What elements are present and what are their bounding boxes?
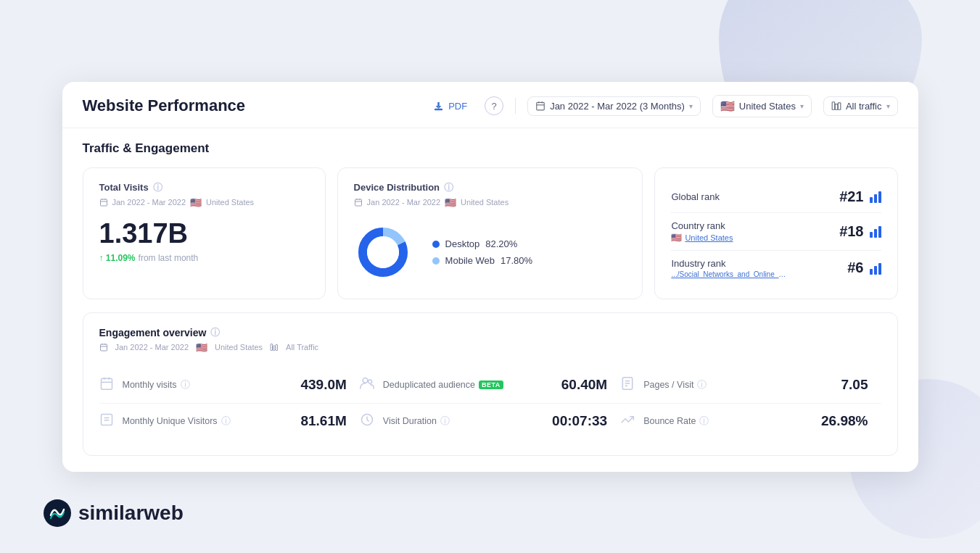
device-legend: Desktop 82.20% Mobile Web 17.80% <box>432 238 533 266</box>
country-label: United States <box>739 101 796 112</box>
bounce-rate-metric: Bounce Rate ⓘ 26.98% <box>620 404 881 439</box>
pages-visit-value: 7.05 <box>841 377 881 393</box>
svg-rect-25 <box>276 345 278 351</box>
svg-rect-23 <box>271 344 273 351</box>
unique-visitors-icon <box>99 412 115 431</box>
device-subtitle: Jan 2022 - Mar 2022 🇺🇸 United States <box>354 197 627 208</box>
monthly-visits-icon <box>99 376 115 394</box>
country-rank-bar-icon <box>870 225 881 238</box>
logo-area: similarweb <box>44 499 184 527</box>
pdf-icon <box>433 101 444 112</box>
svg-rect-26 <box>101 378 112 389</box>
bounce-rate-icon <box>620 412 636 431</box>
total-visits-change: ↑ 11.09% from last month <box>99 253 309 263</box>
engagement-title: Engagement overview ⓘ <box>99 326 881 339</box>
device-title: Device Distribution ⓘ <box>354 181 627 194</box>
traffic-chevron: ▾ <box>886 102 890 110</box>
monthly-visits-label: Monthly visits ⓘ <box>123 378 190 391</box>
date-range-dropdown[interactable]: Jan 2022 - Mar 2022 (3 Months) ▾ <box>527 96 701 116</box>
total-visits-title: Total Visits ⓘ <box>99 181 309 194</box>
traffic-dropdown[interactable]: All traffic ▾ <box>823 96 898 116</box>
calendar-device-icon <box>354 198 363 207</box>
dedup-audience-metric: Deduplicated audience BETA 60.40M <box>360 367 620 404</box>
metric-row: Total Visits ⓘ Jan 2022 - Mar 2022 🇺🇸 Un… <box>83 167 898 299</box>
device-info-icon[interactable]: ⓘ <box>444 181 453 194</box>
section-title: Traffic & Engagement <box>83 141 898 156</box>
svg-rect-1 <box>537 102 545 110</box>
traffic-label: All traffic <box>846 101 882 112</box>
svg-rect-19 <box>100 344 107 351</box>
engagement-info-icon[interactable]: ⓘ <box>210 326 220 339</box>
page-title: Website Performance <box>83 96 246 115</box>
help-icon: ? <box>492 101 497 112</box>
pdf-button[interactable]: PDF <box>427 98 473 115</box>
similarweb-logo-text: similarweb <box>78 502 184 525</box>
visit-duration-metric: Visit Duration ⓘ 00:07:33 <box>360 404 620 439</box>
visit-duration-value: 00:07:33 <box>552 413 620 429</box>
traffic-icon <box>831 101 841 111</box>
cal-eng-icon <box>99 343 108 352</box>
global-rank-row: Global rank #21 <box>671 181 881 213</box>
donut-svg <box>354 223 412 281</box>
mobile-dot <box>432 257 440 265</box>
svg-rect-5 <box>832 102 835 110</box>
industry-rank-value: #6 <box>847 259 881 276</box>
main-section: Traffic & Engagement Total Visits ⓘ Jan … <box>62 128 918 472</box>
divider-1 <box>515 98 516 114</box>
svg-point-18 <box>367 236 399 268</box>
unique-visitors-value: 81.61M <box>300 413 359 429</box>
bounce-rate-label: Bounce Rate ⓘ <box>643 415 709 428</box>
svg-rect-8 <box>100 199 107 206</box>
monthly-visits-metric: Monthly visits ⓘ 439.0M <box>99 367 360 404</box>
global-rank-label: Global rank <box>671 191 719 202</box>
svg-rect-12 <box>355 199 361 206</box>
dedup-audience-label: Deduplicated audience BETA <box>383 380 503 390</box>
pages-visit-icon <box>620 376 636 394</box>
header-controls: PDF ? Jan 2022 - Mar 2022 (3 Months) ▾ <box>427 95 897 117</box>
svg-point-31 <box>368 380 371 383</box>
industry-rank-bar-icon <box>870 262 881 275</box>
engagement-card: Engagement overview ⓘ Jan 2022 - Mar 202… <box>83 312 898 456</box>
total-visits-info-icon[interactable]: ⓘ <box>153 181 162 194</box>
country-rank-sublabel[interactable]: United States <box>685 233 733 242</box>
visit-duration-icon <box>360 412 376 431</box>
calendar-small-icon <box>99 198 108 207</box>
desktop-legend: Desktop 82.20% <box>432 238 533 249</box>
country-dropdown[interactable]: 🇺🇸 United States ▾ <box>712 95 812 117</box>
country-flag: 🇺🇸 <box>720 99 735 113</box>
date-range-label: Jan 2022 - Mar 2022 (3 Months) <box>550 101 685 112</box>
svg-rect-36 <box>101 414 112 425</box>
donut-chart <box>354 223 412 281</box>
mobile-legend: Mobile Web 17.80% <box>432 255 533 266</box>
help-button[interactable]: ? <box>485 96 503 115</box>
dedup-audience-value: 60.40M <box>561 377 620 393</box>
card-header: Website Performance PDF ? <box>62 82 918 128</box>
engagement-meta: Jan 2022 - Mar 2022 🇺🇸 United States All… <box>99 342 881 353</box>
global-rank-bar-icon <box>870 190 881 203</box>
total-visits-subtitle: Jan 2022 - Mar 2022 🇺🇸 United States <box>99 197 309 208</box>
desktop-dot <box>432 241 440 248</box>
beta-badge: BETA <box>479 381 503 389</box>
traffic-small-icon <box>270 343 279 352</box>
country-rank-label: Country rank <box>671 220 733 231</box>
svg-rect-6 <box>835 104 838 110</box>
visit-duration-label: Visit Duration ⓘ <box>383 415 450 428</box>
similarweb-logo-icon <box>44 499 71 527</box>
bounce-rate-value: 26.98% <box>821 413 881 429</box>
industry-rank-sublabel[interactable]: .../Social_Networks_and_Online_Communi..… <box>671 270 787 278</box>
country-rank-value: #18 <box>839 223 881 240</box>
svg-rect-7 <box>838 103 841 109</box>
pages-visit-metric: Pages / Visit ⓘ 7.05 <box>620 367 881 404</box>
industry-rank-row: Industry rank .../Social_Networks_and_On… <box>671 251 881 286</box>
dedup-icon <box>360 376 376 394</box>
unique-visitors-metric: Monthly Unique Visitors ⓘ 81.61M <box>99 404 360 439</box>
device-distribution-card: Device Distribution ⓘ Jan 2022 - Mar 202… <box>337 167 643 299</box>
rank-card: Global rank #21 Cou <box>654 167 897 299</box>
unique-visitors-label: Monthly Unique Visitors ⓘ <box>123 415 231 428</box>
device-body: Desktop 82.20% Mobile Web 17.80% <box>354 220 627 286</box>
svg-rect-0 <box>435 109 442 109</box>
svg-rect-24 <box>273 346 276 351</box>
industry-rank-label: Industry rank <box>671 258 787 269</box>
total-visits-value: 1.317B <box>99 220 309 247</box>
calendar-icon <box>535 101 545 111</box>
